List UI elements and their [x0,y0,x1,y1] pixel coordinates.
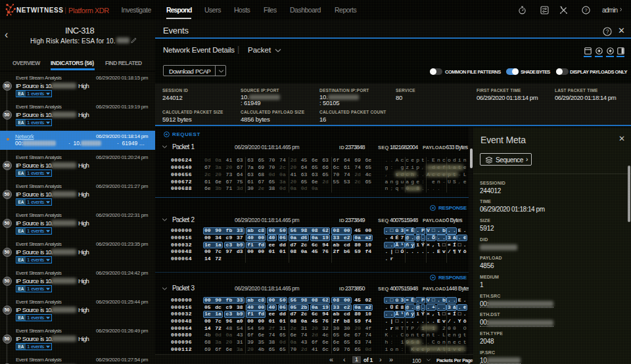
svg-text:?: ? [606,28,609,35]
svg-text:?: ? [584,7,588,13]
